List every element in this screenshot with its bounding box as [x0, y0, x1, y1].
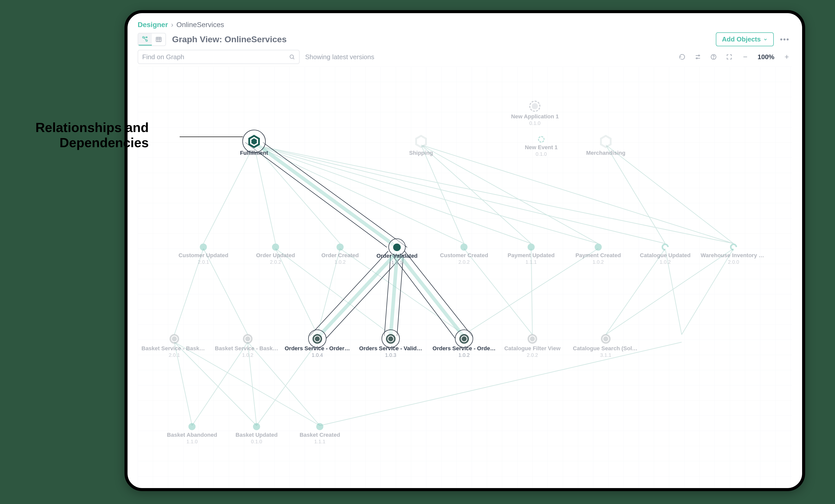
node-orders-service-1[interactable]: Orders Service - Order… 1.0.4: [285, 334, 350, 358]
service-icon: [601, 334, 611, 344]
event-icon: [316, 423, 323, 430]
svg-line-44: [245, 142, 387, 247]
node-catalogue-filter[interactable]: Catalogue Filter View 2.0.2: [504, 334, 561, 358]
event-icon: [528, 244, 535, 251]
event-icon: [200, 244, 207, 251]
svg-line-14: [254, 145, 598, 244]
search-icon: [289, 54, 295, 60]
event-icon: [337, 244, 344, 251]
node-warehouse-inventory[interactable]: Warehouse Inventory Up… 2.0.0: [701, 244, 767, 265]
table-icon: [155, 36, 162, 43]
device-frame: Designer › OnlineServices Graph View:: [124, 10, 805, 491]
event-icon: [595, 244, 602, 251]
node-orders-service-3[interactable]: Orders Service - Orde… 1.0.2: [432, 334, 495, 358]
dashed-circle-icon: [529, 101, 541, 112]
node-basket-service-2[interactable]: Basket Service - Baske… 1.0.2: [215, 334, 281, 358]
annotation-label: Relationships and Dependencies: [36, 120, 149, 150]
event-icon: [253, 423, 260, 430]
settings-button[interactable]: [693, 52, 703, 62]
node-catalogue-updated[interactable]: Catalogue Updated 1.0.2: [640, 244, 691, 265]
svg-line-17: [421, 145, 464, 244]
fullscreen-icon: [726, 54, 733, 60]
svg-line-45: [263, 142, 407, 247]
toolbar: Showing latest versions − 100% +: [138, 50, 792, 64]
event-icon: [660, 242, 670, 252]
svg-line-19: [421, 145, 598, 244]
node-order-validated[interactable]: Order Validated 1.1.1: [376, 244, 418, 266]
node-orders-service-2[interactable]: Orders Service - Valid… 1.0.3: [359, 334, 422, 358]
svg-point-2: [146, 37, 147, 38]
svg-line-22: [606, 145, 734, 244]
chevron-right-icon: ›: [171, 21, 173, 29]
graph-canvas[interactable]: Fulfillment Shipping Merchandising New A…: [138, 66, 792, 488]
event-icon: [272, 244, 279, 251]
svg-point-5: [699, 55, 700, 56]
dashed-circle-icon: [538, 136, 545, 143]
service-icon: [386, 334, 395, 344]
status-text: Showing latest versions: [305, 53, 374, 61]
svg-line-53: [318, 254, 396, 337]
table-view-tab[interactable]: [152, 34, 165, 45]
fit-button[interactable]: [724, 52, 734, 62]
node-basket-created[interactable]: Basket Created 1.1.1: [300, 423, 340, 445]
node-new-event[interactable]: New Event 1 0.1.0: [525, 136, 558, 157]
svg-line-18: [421, 145, 531, 244]
event-icon: [188, 423, 196, 430]
node-new-application[interactable]: New Application 1 0.1.0: [511, 101, 559, 126]
node-customer-created[interactable]: Customer Created 2.0.2: [440, 244, 488, 265]
titlebar: Graph View: OnlineServices Add Objects •…: [138, 33, 792, 46]
svg-line-15: [254, 145, 665, 244]
more-menu-button[interactable]: •••: [777, 35, 792, 44]
add-objects-button[interactable]: Add Objects: [716, 33, 774, 46]
node-fulfillment[interactable]: Fulfillment: [240, 135, 268, 156]
page-title: Graph View: OnlineServices: [172, 35, 287, 44]
node-basket-abandoned[interactable]: Basket Abandoned 1.1.0: [167, 423, 217, 445]
refresh-icon: [679, 54, 686, 60]
service-icon: [169, 334, 179, 344]
svg-point-6: [696, 58, 697, 59]
node-shipping[interactable]: Shipping: [408, 135, 434, 156]
node-merchandising[interactable]: Merchandising: [586, 135, 625, 156]
event-icon: [729, 242, 739, 252]
svg-line-10: [254, 145, 276, 244]
zoom-in-button[interactable]: +: [781, 52, 792, 61]
node-customer-updated[interactable]: Customer Updated 2.0.1: [179, 244, 228, 265]
node-basket-updated[interactable]: Basket Updated 0.1.0: [236, 423, 278, 445]
help-button[interactable]: [709, 52, 719, 62]
hexagon-icon: [248, 135, 260, 148]
svg-line-21: [606, 145, 665, 244]
breadcrumb-root[interactable]: Designer: [138, 21, 168, 29]
node-basket-service-1[interactable]: Basket Service - Baske… 2.0.1: [141, 334, 207, 358]
service-icon: [243, 334, 252, 344]
zoom-out-button[interactable]: −: [740, 52, 751, 61]
sliders-icon: [695, 54, 701, 60]
graph-icon: [142, 36, 148, 42]
event-icon: [461, 244, 468, 251]
svg-line-55: [398, 254, 464, 337]
search-box: [138, 50, 300, 64]
svg-point-4: [290, 55, 293, 58]
refresh-button[interactable]: [677, 52, 687, 62]
svg-line-13: [254, 145, 531, 244]
svg-line-9: [203, 145, 254, 244]
svg-line-51: [392, 255, 455, 338]
chevron-down-icon: [763, 37, 768, 42]
svg-rect-3: [156, 37, 161, 41]
svg-line-20: [421, 145, 734, 244]
node-payment-updated[interactable]: Payment Updated 1.1.1: [508, 244, 555, 265]
annotation-pointer: [180, 136, 243, 137]
help-icon: [710, 54, 717, 60]
svg-line-49: [397, 255, 403, 336]
breadcrumb: Designer › OnlineServices: [138, 21, 792, 29]
search-input[interactable]: [142, 53, 289, 61]
service-icon: [312, 334, 322, 344]
node-order-updated[interactable]: Order Updated 2.0.2: [256, 244, 295, 265]
node-catalogue-search[interactable]: Catalogue Search (Sola… 3.1.1: [573, 334, 639, 358]
node-payment-created[interactable]: Payment Created 1.0.2: [575, 244, 621, 265]
service-icon: [459, 334, 469, 344]
view-toggle: [138, 33, 166, 46]
event-icon: [393, 244, 401, 251]
app-root: Designer › OnlineServices Graph View:: [127, 13, 802, 488]
graph-view-tab[interactable]: [138, 34, 152, 45]
node-order-created[interactable]: Order Created 1.0.2: [321, 244, 359, 265]
